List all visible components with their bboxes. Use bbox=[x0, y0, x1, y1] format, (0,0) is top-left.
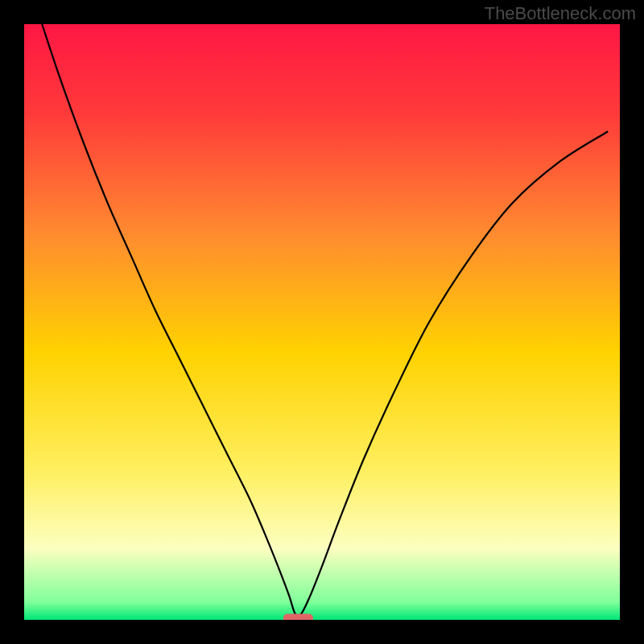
chart-svg bbox=[24, 24, 620, 620]
plot-area bbox=[24, 24, 620, 620]
watermark-text: TheBottleneck.com bbox=[485, 3, 636, 24]
chart-frame: TheBottleneck.com bbox=[0, 0, 644, 644]
gradient-background bbox=[24, 24, 620, 620]
optimum-marker bbox=[283, 614, 313, 620]
